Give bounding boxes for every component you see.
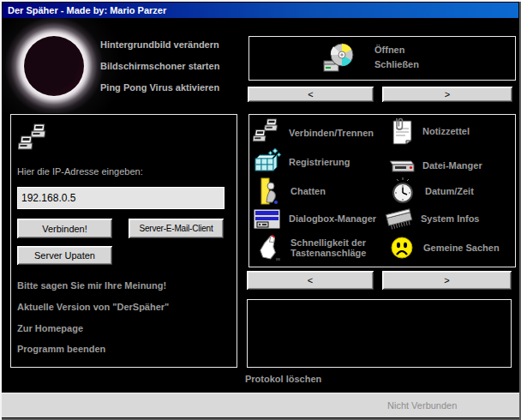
feature-label: Schnelligkeit der Tastenanschläge	[290, 237, 393, 258]
feature-label: Datei-Manger	[422, 160, 482, 171]
status-bar: Nicht Verbunden	[2, 393, 519, 417]
window-title: Der Späher - Made by: Mario Parzer	[8, 5, 166, 15]
feature-registry[interactable]: Registrierung	[253, 147, 350, 177]
chip-icon	[385, 204, 414, 233]
file-drive-icon	[386, 151, 416, 180]
connect-button[interactable]: Verbinden!	[17, 219, 112, 238]
feature-mean-things[interactable]: Gemeine Sachen	[387, 233, 500, 262]
menu-item-start-screensaver[interactable]: Bildschirmschoner starten	[100, 61, 219, 71]
cd-drive-panel: Öffnen Schließen	[249, 36, 516, 81]
protocol-log[interactable]	[247, 299, 512, 368]
feature-label: Notizzettel	[422, 126, 470, 136]
feature-dialogbox-manager[interactable]: Dialogbox-Manager	[253, 204, 376, 233]
feature-label: Registrierung	[289, 157, 350, 167]
clock-icon	[389, 177, 418, 206]
cd-next-button[interactable]: >	[382, 87, 512, 102]
feature-label: Dialogbox-Manager	[289, 213, 376, 224]
feature-notes[interactable]: Notizzettel	[386, 117, 470, 146]
feature-date-time[interactable]: Datum/Zeit	[389, 177, 474, 206]
feature-label: Gemeine Sachen	[423, 243, 500, 253]
cd-prev-button[interactable]: <	[248, 87, 374, 102]
registry-cubes-icon	[253, 147, 282, 177]
menu-item-change-wallpaper[interactable]: Hintergrundbild verändern	[100, 39, 219, 50]
feature-keystroke-speed[interactable]: Schnelligkeit der Tastenanschläge	[255, 233, 393, 262]
menu-item-pingpong-virus[interactable]: Ping Pong Virus aktivieren	[100, 82, 219, 93]
network-computers-icon	[253, 118, 282, 147]
feature-connect-disconnect[interactable]: Verbinden/Trennen	[253, 118, 374, 147]
server-email-client-button[interactable]: Server-E-Mail-Client	[129, 219, 224, 238]
feature-label: Datum/Zeit	[425, 186, 474, 196]
server-update-button[interactable]: Server Upaten	[17, 246, 112, 265]
features-panel: Verbinden/Trennen Registrierung	[249, 114, 516, 267]
chat-person-icon	[255, 177, 284, 206]
notepad-icon	[386, 117, 416, 146]
connection-status: Nicht Verbunden	[387, 393, 457, 417]
sad-face-icon	[387, 233, 416, 262]
features-next-button[interactable]: >	[382, 271, 512, 290]
feature-label: System Infos	[421, 213, 479, 224]
cd-open-label[interactable]: Öffnen	[374, 43, 419, 57]
features-prev-button[interactable]: <	[247, 271, 374, 290]
link-homepage[interactable]: Zur Homepage	[17, 323, 83, 333]
cd-close-label[interactable]: Schließen	[374, 57, 419, 72]
ip-address-input[interactable]	[17, 187, 225, 209]
cd-drive-icon	[323, 42, 356, 75]
titlebar[interactable]: Der Späher - Made by: Mario Parzer	[3, 3, 518, 18]
link-current-version[interactable]: Aktuelle Version von "DerSpäher"	[17, 302, 169, 312]
ip-address-label: Hier die IP-Adresse eingeben:	[17, 166, 143, 177]
app-window: Der Späher - Made by: Mario Parzer Hinte…	[0, 0, 521, 420]
feature-label: Verbinden/Trennen	[289, 128, 374, 138]
network-computers-icon	[18, 123, 51, 156]
keystroke-hand-icon	[255, 233, 284, 262]
eclipse-moon	[24, 36, 84, 96]
feature-label: Chatten	[290, 186, 326, 196]
link-feedback[interactable]: Bitte sagen Sie mir Ihre Meinung!	[17, 280, 166, 291]
feature-file-manager[interactable]: Datei-Manger	[386, 151, 482, 180]
connection-panel: Hier die IP-Adresse eingeben: Verbinden!…	[10, 114, 237, 368]
feature-chat[interactable]: Chatten	[255, 177, 326, 206]
eclipse-image: Hintergrundbild verändern Bildschirmscho…	[3, 18, 246, 113]
link-exit-program[interactable]: Programm beenden	[17, 344, 105, 354]
dialogbox-icon	[253, 204, 282, 233]
clear-protocol-button[interactable]: Protokol löschen	[245, 374, 321, 384]
feature-system-info[interactable]: System Infos	[385, 204, 479, 233]
